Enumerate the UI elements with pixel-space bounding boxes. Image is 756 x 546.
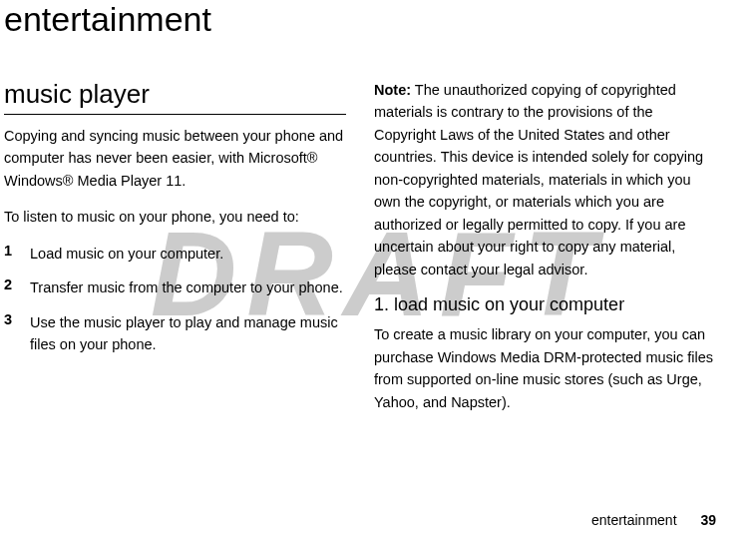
step-number: 1 bbox=[4, 243, 30, 265]
step-row: 1 Load music on your computer. bbox=[4, 243, 346, 265]
footer-section-label: entertainment bbox=[591, 512, 677, 528]
footer-page-number: 39 bbox=[700, 512, 716, 528]
subsection-heading-load-music: 1. load music on your computer bbox=[374, 294, 716, 315]
two-column-layout: music player Copying and syncing music b… bbox=[4, 79, 716, 427]
step-text: Load music on your computer. bbox=[30, 243, 223, 265]
page-footer: entertainment 39 bbox=[591, 512, 716, 528]
step-row: 2 Transfer music from the computer to yo… bbox=[4, 276, 346, 298]
step-row: 3 Use the music player to play and manag… bbox=[4, 311, 346, 356]
right-column: Note: The unauthorized copying of copyri… bbox=[374, 79, 716, 427]
section-heading-music-player: music player bbox=[4, 79, 346, 115]
page-content: entertainment music player Copying and s… bbox=[0, 0, 756, 427]
intro-paragraph: Copying and syncing music between your p… bbox=[4, 125, 346, 192]
lead-paragraph: To listen to music on your phone, you ne… bbox=[4, 206, 346, 228]
page-title: entertainment bbox=[4, 0, 716, 39]
left-column: music player Copying and syncing music b… bbox=[4, 79, 346, 427]
step-number: 3 bbox=[4, 311, 30, 356]
step-number: 2 bbox=[4, 276, 30, 298]
note-paragraph: Note: The unauthorized copying of copyri… bbox=[374, 79, 716, 280]
subsection-text: To create a music library on your comput… bbox=[374, 323, 716, 413]
step-text: Use the music player to play and manage … bbox=[30, 311, 346, 356]
step-text: Transfer music from the computer to your… bbox=[30, 276, 343, 298]
note-label: Note: bbox=[374, 82, 411, 98]
note-body: The unauthorized copying of copyrighted … bbox=[374, 82, 703, 277]
